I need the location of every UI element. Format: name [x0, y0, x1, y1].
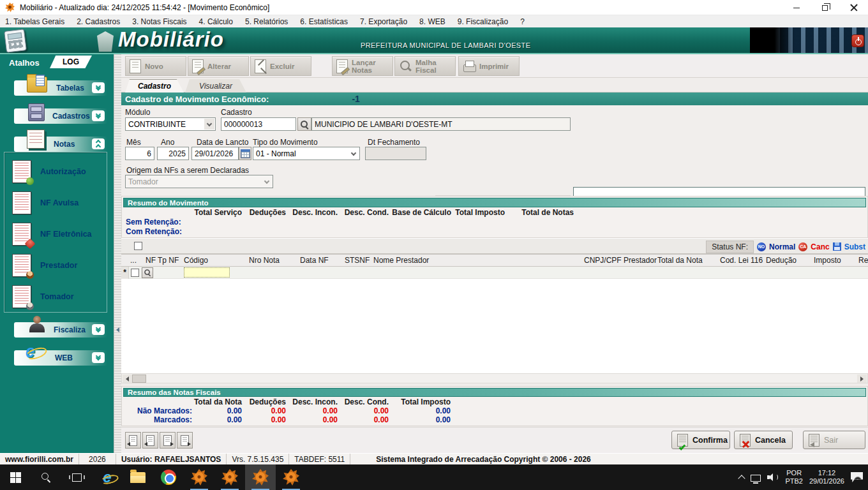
- col-codigo: Código: [184, 256, 208, 265]
- modulo-select[interactable]: CONTRIBUINTE: [125, 117, 216, 131]
- record-prev-button[interactable]: [142, 432, 158, 449]
- task-view-button[interactable]: [61, 464, 92, 490]
- row-checkbox[interactable]: [131, 269, 139, 277]
- record-next-button[interactable]: [160, 432, 176, 449]
- resumo-notas-title: Resumo das Notas Fiscais: [123, 388, 866, 397]
- menu-exportacao[interactable]: 7. Exportação: [360, 17, 407, 26]
- grid-hscrollbar[interactable]: [121, 373, 868, 383]
- scroll-right-icon[interactable]: [857, 375, 867, 383]
- lancar-notas-button[interactable]: Lançar Notas: [332, 56, 393, 76]
- menu-notas-fiscais[interactable]: 3. Notas Fiscais: [132, 17, 186, 26]
- ie-browser-icon: e: [26, 342, 45, 361]
- chevron-down-icon[interactable]: [92, 110, 105, 121]
- taskbar-explorer[interactable]: [123, 464, 153, 490]
- confirma-button[interactable]: Confirma: [671, 431, 730, 449]
- keyboard-layout: PTB2: [785, 477, 803, 486]
- menu-calculo[interactable]: 4. Cálculo: [199, 17, 233, 26]
- novo-button[interactable]: Novo: [125, 56, 186, 76]
- sidebar-item-tomador[interactable]: Tomador: [12, 283, 101, 311]
- sidebar-splitter[interactable]: [114, 54, 121, 453]
- tab-visualizar[interactable]: Visualizar: [185, 79, 246, 93]
- taskbar-app-2[interactable]: [214, 464, 245, 490]
- chevron-down-icon[interactable]: [92, 324, 105, 335]
- taskbar-ie[interactable]: e: [92, 464, 123, 490]
- origem-label: Origem da NFs a serem Declaradas: [126, 166, 249, 175]
- menu-tabelas-gerais[interactable]: 1. Tabelas Gerais: [5, 17, 64, 26]
- notification-icon[interactable]: 1: [851, 472, 863, 482]
- menu-web[interactable]: 8. WEB: [419, 17, 445, 26]
- window-title: Mobiliário - Atualizado dia: 24/12/2025 …: [20, 3, 269, 12]
- menu-fiscalizacao[interactable]: 9. Fiscalização: [458, 17, 508, 26]
- language-indicator[interactable]: POR PTB2: [785, 469, 803, 486]
- ano-input[interactable]: [157, 147, 189, 160]
- sidebar-item-nf-avulsa[interactable]: NF Avulsa: [12, 189, 101, 217]
- sidebar-log-tab[interactable]: LOG: [50, 56, 92, 68]
- calendar-button[interactable]: [239, 147, 251, 160]
- status-nf-label: Status NF:: [706, 241, 754, 253]
- sidebar-item-autorizacao[interactable]: Autorização: [12, 158, 101, 186]
- minimize-button[interactable]: [782, 0, 811, 15]
- menu-estatisticas[interactable]: 6. Estatísticas: [300, 17, 348, 26]
- toolbar: Novo Alterar Excluir Lançar Notas Malha …: [121, 54, 868, 78]
- chevron-down-icon[interactable]: [348, 148, 359, 159]
- scroll-left-icon[interactable]: [123, 375, 132, 383]
- select-all-checkbox[interactable]: [134, 242, 142, 250]
- tab-cadastro[interactable]: Cadastro: [125, 79, 184, 93]
- scroll-thumb[interactable]: [132, 375, 146, 383]
- malha-fiscal-button[interactable]: Malha Fiscal: [394, 56, 456, 76]
- system-tray: POR PTB2 17:12 29/01/2026 1: [739, 464, 868, 490]
- sidebar-item-prestador[interactable]: Prestador: [12, 251, 101, 279]
- sidebar-item-cadastros[interactable]: Cadastros: [14, 108, 107, 124]
- sidebar-item-web[interactable]: e WEB: [14, 350, 107, 366]
- marcados-row: Marcados: 0.00 0.00 0.00 0.00 0.00: [122, 415, 451, 424]
- chevron-down-icon[interactable]: [92, 352, 105, 363]
- menu-cadastros[interactable]: 2. Cadastros: [77, 17, 120, 26]
- network-icon[interactable]: [751, 475, 761, 482]
- start-button[interactable]: [0, 464, 31, 490]
- excluir-button[interactable]: Excluir: [250, 56, 311, 76]
- volume-icon[interactable]: [767, 473, 779, 482]
- data-lancto-input[interactable]: [191, 147, 239, 160]
- sidebar-item-notas[interactable]: Notas: [14, 137, 107, 152]
- taskbar-app-4[interactable]: [276, 464, 306, 490]
- restore-button[interactable]: [811, 0, 839, 15]
- menu-help[interactable]: ?: [520, 17, 525, 26]
- statusbar-tabdef: TABDEF: 5511: [289, 454, 350, 465]
- codigo-edit-cell[interactable]: [184, 267, 230, 278]
- imprimir-button[interactable]: Imprimir: [458, 56, 520, 76]
- chevron-up-icon[interactable]: [92, 138, 105, 149]
- clock[interactable]: 17:12 29/01/2026: [809, 469, 844, 486]
- alterar-button[interactable]: Alterar: [188, 56, 249, 76]
- record-last-icon: [181, 435, 189, 446]
- chevron-down-icon[interactable]: [92, 82, 105, 93]
- origem-value: Tomador: [128, 177, 158, 186]
- resumo-movimento-section: Resumo do Movimento Total Serviço Deduçõ…: [121, 196, 868, 238]
- record-last-button[interactable]: [177, 432, 193, 449]
- record-first-button[interactable]: [125, 432, 141, 449]
- calendar-icon: [241, 149, 250, 158]
- taskbar-app-3-active[interactable]: [245, 464, 276, 490]
- statusbar-site: www.fiorilli.com.br: [0, 454, 79, 465]
- menu-relatorios[interactable]: 5. Relatórios: [245, 17, 288, 26]
- tipo-movimento-select[interactable]: 01 - Normal: [253, 147, 360, 160]
- sidebar-item-fiscaliza[interactable]: Fiscaliza: [14, 322, 107, 338]
- row-marker: *: [121, 267, 129, 279]
- close-button[interactable]: [839, 0, 868, 15]
- cancela-button[interactable]: Cancela: [734, 431, 793, 449]
- tray-chevron-up-icon[interactable]: [738, 475, 745, 482]
- resumo-movimento-headers: Total Serviço Deduções Desc. Incon. Desc…: [122, 208, 574, 217]
- cadastro-input[interactable]: [221, 117, 296, 131]
- tipo-movimento-label: Tipo do Movimento: [253, 138, 318, 147]
- cadastro-search-button[interactable]: [297, 117, 311, 131]
- mes-input[interactable]: [125, 147, 154, 160]
- new-record-row[interactable]: *: [121, 267, 868, 279]
- taskbar-search-button[interactable]: [31, 464, 61, 490]
- row-search-button[interactable]: [142, 267, 153, 278]
- chevron-down-icon[interactable]: [204, 119, 214, 130]
- power-icon[interactable]: [851, 34, 864, 47]
- language-code: POR: [786, 469, 802, 477]
- sidebar-item-nf-eletronica[interactable]: NF Eletrônica: [12, 220, 101, 248]
- sidebar-item-tabelas[interactable]: Tabelas: [14, 80, 107, 96]
- taskbar-chrome[interactable]: [153, 464, 184, 490]
- taskbar-app-1[interactable]: [184, 464, 214, 490]
